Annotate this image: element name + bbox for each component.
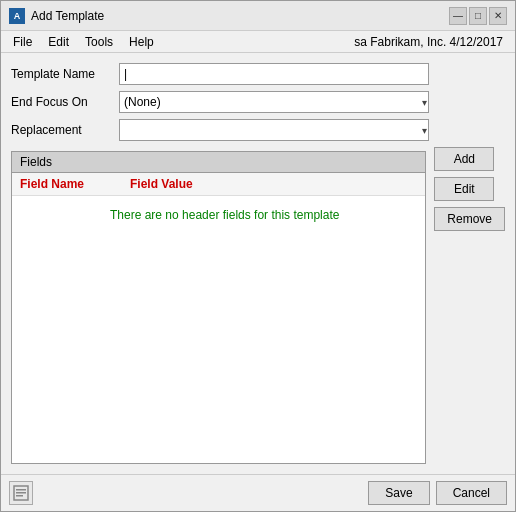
end-focus-label: End Focus On bbox=[11, 95, 111, 109]
end-focus-wrapper: (None) ▾ bbox=[119, 91, 429, 113]
fields-columns: Field Name Field Value bbox=[12, 173, 425, 196]
remove-button[interactable]: Remove bbox=[434, 207, 505, 231]
close-button[interactable]: ✕ bbox=[489, 7, 507, 25]
col-field-name: Field Name bbox=[20, 177, 130, 191]
window-icon: A bbox=[9, 8, 25, 24]
col-field-value: Field Value bbox=[130, 177, 193, 191]
end-focus-row: End Focus On (None) ▾ bbox=[11, 91, 505, 113]
window-controls: — □ ✕ bbox=[449, 7, 507, 25]
fields-header: Fields bbox=[12, 152, 425, 173]
footer: Save Cancel bbox=[1, 474, 515, 511]
footer-icon bbox=[9, 481, 33, 505]
replacement-wrapper: ▾ bbox=[119, 119, 429, 141]
add-button[interactable]: Add bbox=[434, 147, 494, 171]
minimize-button[interactable]: — bbox=[449, 7, 467, 25]
main-window: A Add Template — □ ✕ File Edit Tools Hel… bbox=[0, 0, 516, 512]
save-button[interactable]: Save bbox=[368, 481, 429, 505]
fields-body: There are no header fields for this temp… bbox=[12, 196, 425, 463]
window-title: Add Template bbox=[31, 9, 449, 23]
template-name-input[interactable] bbox=[119, 63, 429, 85]
title-bar: A Add Template — □ ✕ bbox=[1, 1, 515, 31]
replacement-select[interactable] bbox=[119, 119, 429, 141]
svg-rect-5 bbox=[16, 495, 23, 497]
menu-bar: File Edit Tools Help sa Fabrikam, Inc. 4… bbox=[1, 31, 515, 53]
svg-rect-4 bbox=[16, 492, 26, 494]
replacement-row: Replacement ▾ bbox=[11, 119, 505, 141]
footer-buttons: Save Cancel bbox=[368, 481, 507, 505]
maximize-button[interactable]: □ bbox=[469, 7, 487, 25]
fields-section: Fields Field Name Field Value There are … bbox=[11, 151, 426, 464]
svg-rect-3 bbox=[16, 489, 26, 491]
menu-file[interactable]: File bbox=[5, 33, 40, 51]
template-name-label: Template Name bbox=[11, 67, 111, 81]
side-buttons: Add Edit Remove bbox=[426, 147, 505, 464]
svg-text:A: A bbox=[14, 11, 21, 21]
menu-tools[interactable]: Tools bbox=[77, 33, 121, 51]
cancel-button[interactable]: Cancel bbox=[436, 481, 507, 505]
menu-edit[interactable]: Edit bbox=[40, 33, 77, 51]
end-focus-select[interactable]: (None) bbox=[119, 91, 429, 113]
template-name-row: Template Name bbox=[11, 63, 505, 85]
replacement-label: Replacement bbox=[11, 123, 111, 137]
edit-button[interactable]: Edit bbox=[434, 177, 494, 201]
content-area: Template Name End Focus On (None) ▾ Repl… bbox=[1, 53, 515, 474]
fields-main-area: Fields Field Name Field Value There are … bbox=[11, 147, 505, 464]
no-fields-message: There are no header fields for this temp… bbox=[20, 204, 339, 222]
user-info: sa Fabrikam, Inc. 4/12/2017 bbox=[354, 35, 511, 49]
menu-help[interactable]: Help bbox=[121, 33, 162, 51]
